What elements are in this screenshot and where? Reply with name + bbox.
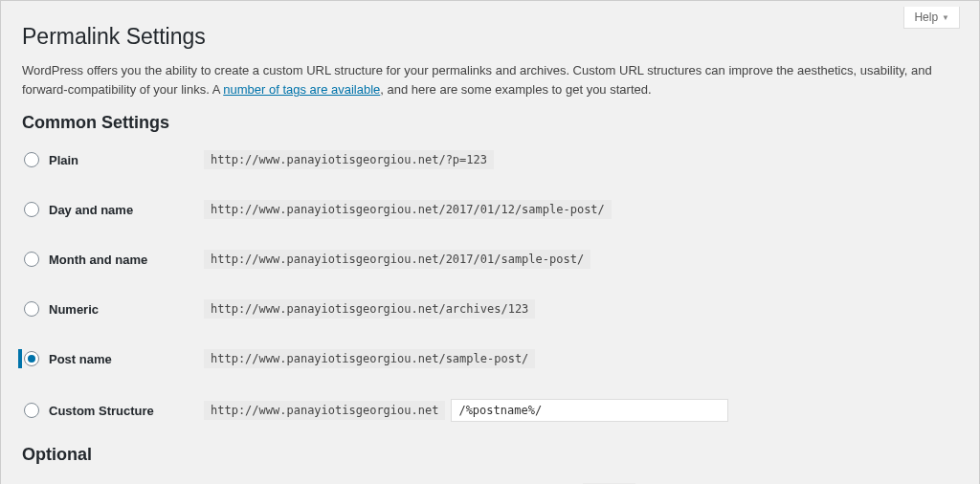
radio-dayname[interactable] — [24, 202, 39, 217]
option-numeric: Numeric http://www.panayiotisgeorgiou.ne… — [22, 299, 958, 319]
tags-link[interactable]: number of tags are available — [223, 82, 380, 97]
custom-structure-input[interactable] — [451, 399, 728, 422]
radio-label-custom[interactable]: Custom Structure — [49, 404, 154, 418]
help-button[interactable]: Help ▼ — [903, 7, 960, 29]
code-numeric: http://www.panayiotisgeorgiou.net/archiv… — [204, 299, 535, 319]
custom-base: http://www.panayiotisgeorgiou.net — [204, 401, 445, 420]
option-dayname: Day and name http://www.panayiotisgeorgi… — [22, 200, 958, 219]
radio-label-dayname[interactable]: Day and name — [49, 203, 133, 217]
option-monthname: Month and name http://www.panayiotisgeor… — [22, 250, 958, 269]
radio-postname[interactable] — [24, 351, 39, 366]
radio-monthname[interactable] — [24, 252, 39, 267]
code-dayname: http://www.panayiotisgeorgiou.net/2017/0… — [204, 200, 612, 219]
page-title: Permalink Settings — [22, 24, 958, 50]
chevron-down-icon: ▼ — [942, 13, 949, 22]
intro-paragraph: WordPress offers you the ability to crea… — [22, 61, 958, 99]
radio-label-plain[interactable]: Plain — [49, 153, 78, 167]
option-custom: Custom Structure http://www.panayiotisge… — [22, 399, 958, 422]
radio-plain[interactable] — [24, 152, 39, 167]
option-plain: Plain http://www.panayiotisgeorgiou.net/… — [22, 150, 958, 169]
code-plain: http://www.panayiotisgeorgiou.net/?p=123 — [204, 150, 494, 169]
code-monthname: http://www.panayiotisgeorgiou.net/2017/0… — [204, 250, 590, 269]
code-postname: http://www.panayiotisgeorgiou.net/sample… — [204, 349, 535, 368]
radio-label-postname[interactable]: Post name — [49, 352, 112, 366]
help-label: Help — [914, 11, 938, 24]
option-postname: Post name http://www.panayiotisgeorgiou.… — [18, 349, 958, 368]
radio-label-monthname[interactable]: Month and name — [49, 253, 147, 267]
optional-heading: Optional — [22, 445, 958, 465]
radio-custom[interactable] — [24, 403, 39, 418]
radio-numeric[interactable] — [24, 301, 39, 317]
common-settings-heading: Common Settings — [22, 113, 958, 133]
radio-label-numeric[interactable]: Numeric — [49, 302, 99, 317]
